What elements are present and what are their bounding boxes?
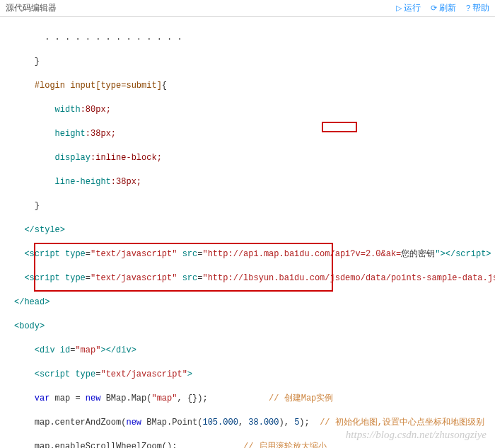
code-line: } [14,200,489,212]
titlebar: 源代码编辑器 ▷ 运行 ⟳ 刷新 ? 帮助 [0,0,495,17]
refresh-icon: ⟳ [431,4,437,12]
code-line: <body> [14,321,489,333]
question-icon: ? [466,4,470,12]
code-line: map.enableScrollWheelZoom(); // 启用滚轮放大缩小 [14,441,489,448]
code-line: width:80px; [14,104,489,116]
code-line: height:38px; [14,128,489,140]
code-line: <script type="text/javascript"> [14,369,489,381]
refresh-button[interactable]: ⟳ 刷新 [431,2,456,14]
code-line: var map = new BMap.Map("map", {}); // 创建… [14,393,489,405]
code-line: </style> [14,224,489,236]
code-line: } [14,56,489,68]
code-line: . . . . . . . . . . . . . . [14,32,489,44]
code-line: <div id="map"></div> [14,345,489,357]
code-line: line-height:38px; [14,176,489,188]
api-key-placeholder: 您的密钥 [401,249,435,259]
help-button[interactable]: ? 帮助 [466,2,489,14]
editor-title: 源代码编辑器 [6,2,57,14]
code-editor[interactable]: . . . . . . . . . . . . . . } #login inp… [0,17,495,448]
code-line: </head> [14,297,489,309]
code-line: <script type="text/javascript" src="http… [14,272,489,285]
code-line: map.centerAndZoom(new BMap.Point(105.000… [14,417,489,429]
help-label: 帮助 [472,2,489,14]
run-label: 运行 [404,2,421,14]
play-icon: ▷ [396,4,402,12]
code-line: display:inline-block; [14,152,489,164]
refresh-label: 刷新 [439,2,456,14]
code-line: #login input[type=submit]{ [14,80,489,92]
run-button[interactable]: ▷ 运行 [396,2,421,14]
code-line: <script type="text/javascript" src="http… [14,248,489,260]
